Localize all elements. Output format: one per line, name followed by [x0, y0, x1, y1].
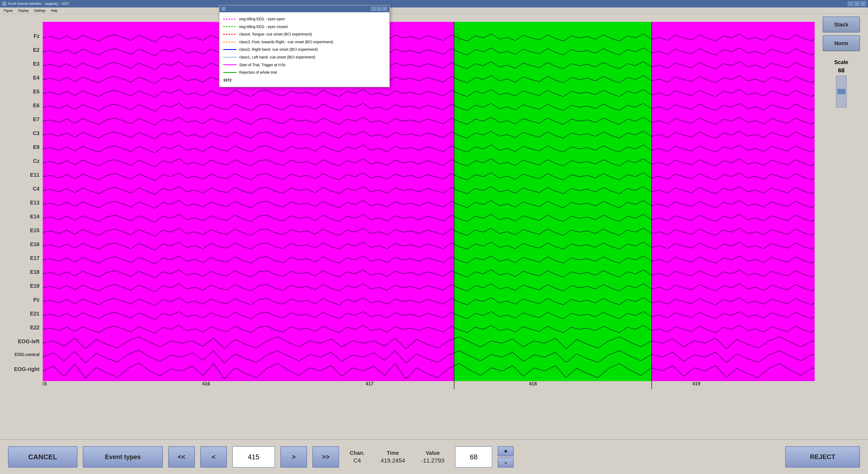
eeg-waveforms-svg	[43, 22, 815, 389]
ch-Fz: Fz	[34, 33, 39, 39]
bottom-bar: CANCEL Event types << < > >> Chan. C4 Ti…	[0, 439, 868, 474]
wave-E5	[43, 89, 815, 97]
ch-E19: E19	[30, 283, 39, 289]
legend-maximize[interactable]: □	[377, 7, 381, 11]
wave-EOG-right	[43, 363, 815, 379]
legend-item-3: class4, Tongue- cue onset (BCI experimen…	[223, 31, 385, 38]
ch-C3: C3	[33, 130, 39, 136]
ch-E22: E22	[30, 324, 39, 331]
legend-line-6	[223, 57, 237, 58]
legend-label-3: class4, Tongue- cue onset (BCI experimen…	[239, 31, 312, 38]
plus-minus-container: + -	[498, 446, 514, 468]
nav-next-button[interactable]: >	[280, 446, 307, 468]
window-title: Scroll channel activities -- eegplot() -…	[8, 2, 848, 6]
menu-figure[interactable]: Figure	[1, 8, 16, 13]
legend-minimize[interactable]: −	[371, 7, 376, 11]
nav-prev-button[interactable]: <	[200, 446, 227, 468]
minimize-btn[interactable]: −	[848, 1, 853, 6]
eeg-canvas[interactable]: Start of... class3, F...	[43, 22, 815, 389]
nav-prev-prev-button[interactable]: <<	[168, 446, 195, 468]
legend-label-4: class3, Foot, towards Right - cue onset …	[239, 38, 333, 45]
ch-E18: E18	[30, 269, 39, 275]
legend-label-2: eeg:Idling EEG - eyes closed	[239, 23, 287, 30]
legend-item-9: 1072	[223, 76, 385, 84]
legend-label-1: eeg:Idling EEG - eyes open	[239, 15, 285, 23]
v-marker-1	[454, 22, 455, 389]
ch-E16: E16	[30, 241, 39, 247]
legend-item-2: eeg:Idling EEG - eyes closed	[223, 23, 385, 30]
wave-E17	[43, 256, 815, 264]
wave-E18	[43, 270, 815, 278]
wave-EOG-central	[43, 350, 815, 363]
ch-E2: E2	[33, 47, 39, 53]
legend-line-4	[223, 42, 237, 42]
chan-info: Chan. C4	[350, 450, 365, 464]
wave-Cz	[43, 159, 815, 167]
legend-close[interactable]: ×	[382, 7, 387, 11]
ch-Cz: Cz	[33, 158, 39, 164]
wave-E11	[43, 173, 815, 181]
ch-E11: E11	[30, 172, 39, 178]
position-input[interactable]	[232, 446, 275, 468]
time-label: Time	[386, 450, 399, 456]
reject-button[interactable]: REJECT	[785, 446, 860, 468]
ch-Pz: Pz	[33, 297, 39, 303]
plus-button[interactable]: +	[498, 446, 514, 456]
maximize-btn[interactable]: □	[854, 1, 860, 6]
menu-display[interactable]: Display	[16, 8, 31, 13]
ch-E5: E5	[33, 89, 39, 95]
legend-label-5: class2, Right hand- cue onset (BCI exper…	[239, 46, 318, 53]
ch-E6: E6	[33, 102, 39, 108]
norm-button[interactable]: Norm	[823, 35, 860, 51]
annotation-class3: class3, F...	[456, 25, 461, 45]
ch-E13: E13	[30, 200, 39, 206]
stack-button[interactable]: Stack	[823, 17, 860, 33]
scale-handle	[837, 89, 845, 94]
ch-EOG-left: EOG-left	[18, 339, 39, 345]
wave-E15	[43, 228, 815, 236]
menu-bar: Figure Display Settings Help	[0, 7, 868, 14]
cancel-button[interactable]: CANCEL	[8, 446, 78, 468]
legend-icon	[222, 7, 225, 11]
eeg-container[interactable]: Fz E2 E3 E4 E5 E6 E7 C3 E9 Cz E11 C4 E13…	[0, 14, 815, 439]
minus-button[interactable]: -	[498, 457, 514, 468]
legend-label-6: class1, Left hand- cue onset (BCI experi…	[239, 54, 315, 61]
ch-E7: E7	[33, 116, 39, 123]
legend-line-3	[223, 34, 237, 35]
wave-E3	[43, 62, 815, 70]
ch-E14: E14	[30, 214, 39, 220]
wave-E7	[43, 117, 815, 125]
wave-E16	[43, 242, 815, 250]
ch-E17: E17	[30, 255, 39, 261]
wave-E6	[43, 103, 815, 111]
scale-slider[interactable]	[836, 75, 847, 107]
wave-EOG-left	[43, 337, 815, 349]
chan-value: C4	[353, 457, 361, 464]
annotation-start: Start of...	[45, 25, 50, 42]
menu-settings[interactable]: Settings	[31, 8, 48, 13]
event-types-button[interactable]: Event types	[83, 446, 163, 468]
wave-E19	[43, 284, 815, 292]
legend-line-2	[223, 26, 237, 27]
close-btn[interactable]: ×	[861, 1, 866, 6]
wave-E4	[43, 75, 815, 84]
scale-value: 68	[838, 67, 844, 74]
title-bar: Scroll channel activities -- eegplot() -…	[0, 0, 868, 7]
legend-item-6: class1, Left hand- cue onset (BCI experi…	[223, 54, 385, 61]
ch-E21: E21	[30, 311, 39, 317]
menu-help[interactable]: Help	[48, 8, 60, 13]
chan-label: Chan.	[350, 450, 365, 456]
legend-item-5: class2, Right hand- cue onset (BCI exper…	[223, 46, 385, 53]
legend-title-bar: − □ ×	[219, 5, 389, 12]
nav-next-next-button[interactable]: >>	[312, 446, 339, 468]
v-marker-2	[651, 22, 652, 389]
right-panel: Stack Norm Scale 68	[815, 14, 868, 439]
scale-input[interactable]	[455, 446, 492, 468]
legend-item-4: class3, Foot, towards Right - cue onset …	[223, 38, 385, 45]
legend-title-controls: − □ ×	[371, 7, 387, 11]
legend-label-7: Start of Trial, Trigger at t=0s	[239, 61, 285, 69]
legend-item-8: Rejection of whole trial	[223, 69, 385, 76]
ch-E4: E4	[33, 75, 39, 81]
legend-item-1: eeg:Idling EEG - eyes open	[223, 15, 385, 23]
wave-E9	[43, 145, 815, 153]
